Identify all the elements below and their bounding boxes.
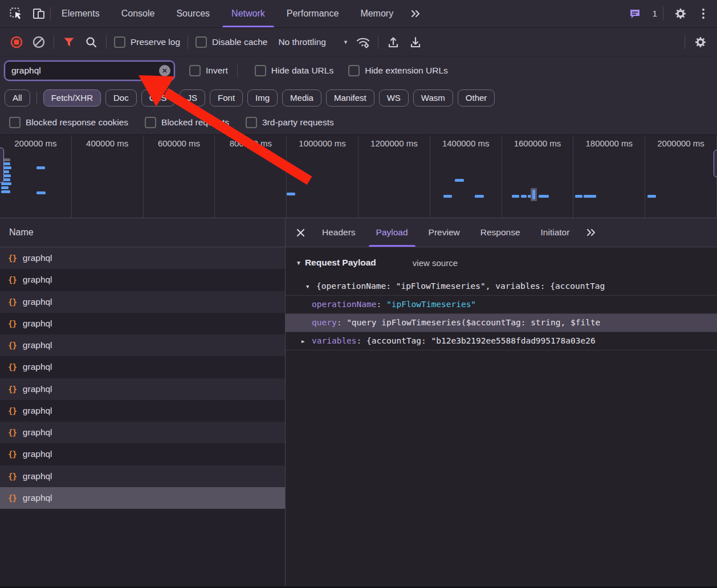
payload-row-operationname[interactable]: operationName: "ipFlowTimeseries" <box>286 295 717 313</box>
divider <box>663 7 663 21</box>
chip-all[interactable]: All <box>5 89 30 107</box>
chip-manifest[interactable]: Manifest <box>326 89 374 107</box>
detail-tab-response[interactable]: Response <box>470 218 531 247</box>
request-name: graphql <box>23 471 52 481</box>
device-toolbar-icon[interactable] <box>29 4 48 23</box>
detail-tab-preview[interactable]: Preview <box>418 218 470 247</box>
inspect-element-icon[interactable] <box>6 4 26 23</box>
payload-preview-row[interactable]: ▼{operationName: "ipFlowTimeseries", var… <box>286 277 717 295</box>
request-name: graphql <box>23 362 52 372</box>
request-row[interactable]: {}graphql <box>0 291 285 313</box>
request-type-chips: AllFetch/XHRDocCSSJSFontImgMediaManifest… <box>0 85 717 111</box>
checkbox[interactable] <box>255 65 266 76</box>
name-column-header[interactable]: Name <box>0 218 285 247</box>
close-detail-icon[interactable] <box>289 218 312 247</box>
payload-row-variables[interactable]: ▶variables: {accountTag: "b12e3b2192ee55… <box>286 332 717 350</box>
request-row[interactable]: {}graphql <box>0 487 285 509</box>
network-overview-timeline[interactable]: 200000 ms400000 ms600000 ms800000 ms1000… <box>0 135 717 218</box>
blocked-response-cookies-label: Blocked response cookies <box>26 117 128 128</box>
tab-elements[interactable]: Elements <box>51 0 111 27</box>
blocked-response-cookies-checkbox[interactable]: Blocked response cookies <box>9 117 128 128</box>
request-row[interactable]: {}graphql <box>0 400 285 422</box>
payload-row-query[interactable]: query: "query ipFlowTimeseries($accountT… <box>286 313 717 332</box>
chip-wasm[interactable]: Wasm <box>413 89 453 107</box>
menu-kebab-icon[interactable] <box>698 6 709 21</box>
import-har-icon[interactable] <box>386 35 401 50</box>
payload-key: query <box>312 318 337 327</box>
request-name: graphql <box>23 318 52 329</box>
disclosure-triangle-icon[interactable]: ▼ <box>306 278 316 295</box>
request-row[interactable]: {}graphql <box>0 422 285 443</box>
chip-media[interactable]: Media <box>282 89 321 107</box>
issues-icon[interactable] <box>625 4 645 23</box>
request-row[interactable]: {}graphql <box>0 378 285 400</box>
third-party-requests-checkbox[interactable]: 3rd-party requests <box>246 117 334 128</box>
clear-filter-icon[interactable]: × <box>159 65 170 76</box>
network-conditions-icon[interactable] <box>356 35 370 50</box>
chip-css[interactable]: CSS <box>141 89 175 107</box>
detail-tab-initiator[interactable]: Initiator <box>531 218 580 247</box>
checkbox[interactable] <box>114 36 125 48</box>
request-row[interactable]: {}graphql <box>0 443 285 465</box>
payload-key: variables <box>312 336 357 345</box>
fetch-xhr-icon: {} <box>8 341 17 350</box>
view-source-link[interactable]: view source <box>413 258 458 268</box>
fetch-xhr-icon: {} <box>8 472 17 481</box>
tab-console[interactable]: Console <box>111 0 166 27</box>
tab-network[interactable]: Network <box>221 0 276 27</box>
tab-performance[interactable]: Performance <box>276 0 350 27</box>
tab-memory[interactable]: Memory <box>349 0 404 27</box>
disclosure-triangle-icon[interactable]: ▼ <box>296 260 302 266</box>
chip-ws[interactable]: WS <box>379 89 409 107</box>
disclosure-triangle-icon[interactable]: ▶ <box>302 333 312 350</box>
network-settings-gear-icon[interactable] <box>693 35 708 50</box>
more-tabs-chevron-icon[interactable] <box>406 4 425 23</box>
timeline-request-bar <box>455 179 464 182</box>
tab-sources[interactable]: Sources <box>165 0 221 27</box>
invert-checkbox[interactable]: Invert <box>189 65 228 76</box>
preserve-log-checkbox[interactable]: Preserve log <box>114 36 180 48</box>
request-payload-section[interactable]: ▼ Request Payload view source <box>286 253 717 272</box>
checkbox[interactable] <box>189 65 201 76</box>
chip-other[interactable]: Other <box>458 89 495 107</box>
throttling-select[interactable]: No throttling ▼ <box>278 37 348 47</box>
divider <box>54 35 54 49</box>
export-har-icon[interactable] <box>408 35 423 50</box>
blocked-requests-checkbox[interactable]: Blocked requests <box>145 117 229 128</box>
disable-cache-checkbox[interactable]: Disable cache <box>195 36 267 48</box>
timeline-request-bar <box>575 195 582 198</box>
colon: : <box>377 300 386 309</box>
search-icon[interactable] <box>84 35 99 50</box>
filter-funnel-icon[interactable] <box>62 35 76 50</box>
hide-data-urls-checkbox[interactable]: Hide data URLs <box>255 65 333 76</box>
timeline-grip-right[interactable] <box>714 150 717 177</box>
checkbox[interactable] <box>9 117 21 128</box>
request-row[interactable]: {}graphql <box>0 247 285 269</box>
request-row[interactable]: {}graphql <box>0 356 285 378</box>
chip-js[interactable]: JS <box>180 89 206 107</box>
timeline-column: 1800000 ms <box>573 135 645 218</box>
filter-input[interactable] <box>5 61 174 80</box>
request-row[interactable]: {}graphql <box>0 466 285 487</box>
chip-fetch-xhr[interactable]: Fetch/XHR <box>43 89 101 107</box>
request-row[interactable]: {}graphql <box>0 269 285 291</box>
checkbox[interactable] <box>195 36 207 48</box>
detail-tab-payload[interactable]: Payload <box>366 218 418 247</box>
record-network-log-button[interactable] <box>9 35 24 50</box>
request-row[interactable]: {}graphql <box>0 313 285 334</box>
chip-doc[interactable]: Doc <box>105 89 137 107</box>
checkbox[interactable] <box>348 65 360 76</box>
clear-network-log-icon[interactable] <box>31 35 46 50</box>
settings-gear-icon[interactable] <box>671 4 690 23</box>
checkbox[interactable] <box>145 117 156 128</box>
request-row[interactable]: {}graphql <box>0 334 285 356</box>
timeline-column: 1600000 ms <box>502 135 574 218</box>
payload-value: {accountTag: "b12e3b2192ee5588fdad995178… <box>366 336 596 345</box>
more-detail-tabs-chevron-icon[interactable] <box>585 227 597 238</box>
chip-img[interactable]: Img <box>247 89 278 107</box>
chip-font[interactable]: Font <box>210 89 243 107</box>
checkbox[interactable] <box>246 117 257 128</box>
detail-tab-headers[interactable]: Headers <box>312 218 366 247</box>
hide-extension-urls-checkbox[interactable]: Hide extension URLs <box>348 65 448 76</box>
timeline-grip-left[interactable] <box>0 148 4 183</box>
